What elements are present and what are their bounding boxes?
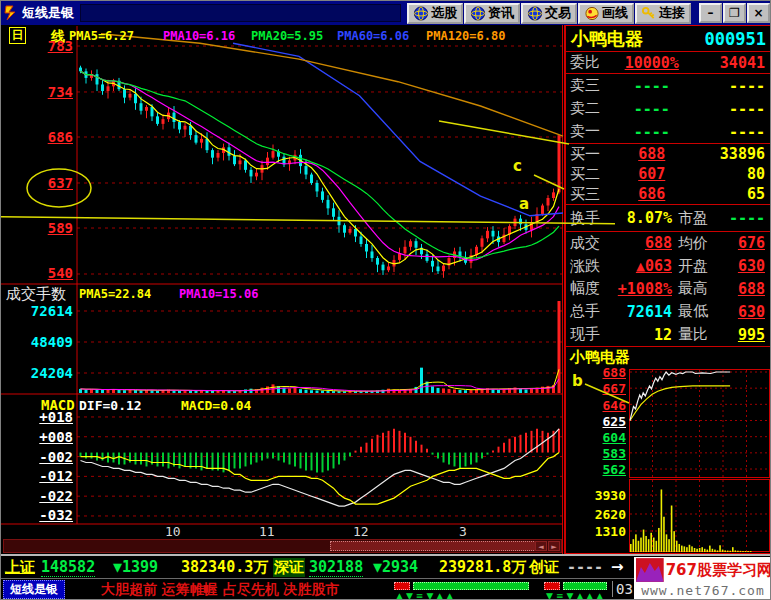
sell1-price: ---- bbox=[614, 123, 690, 141]
junjia-value: 676 bbox=[724, 234, 767, 252]
mini-price-label: 625 bbox=[566, 414, 626, 429]
sell3-price: ---- bbox=[614, 77, 690, 95]
scroll-left-arrow[interactable]: ◄ bbox=[535, 541, 547, 551]
chengjiao-value: 688 bbox=[612, 234, 672, 252]
app-window: 短线是银 选股 资讯 交易 bbox=[0, 0, 771, 600]
intraday-mini-chart bbox=[629, 369, 770, 554]
watermark: 767股票学习网 www.net767.com bbox=[634, 557, 771, 600]
minimize-button[interactable]: – bbox=[699, 3, 722, 23]
site-url: www.net767.com bbox=[634, 583, 771, 600]
sell-row: 卖二 ---- ---- bbox=[566, 97, 771, 120]
candlestick-chart bbox=[1, 1, 564, 555]
market-indicator: ▼≡▼▲▲▲ bbox=[544, 581, 610, 599]
month-label: 3 bbox=[459, 524, 467, 539]
scroll-right-arrow[interactable]: ► bbox=[548, 541, 560, 551]
app-task-button[interactable]: 短线是银 bbox=[3, 580, 65, 599]
indicator-green-bar bbox=[563, 582, 607, 590]
weibi-extra: 34041 bbox=[690, 54, 768, 72]
buy-row: 买一 688 33896 bbox=[566, 144, 771, 164]
turnover-row: 换手 8.07% 市盈 ---- bbox=[566, 205, 771, 232]
buy1-volume: 33896 bbox=[690, 145, 768, 163]
price-axis-label: 734 bbox=[1, 84, 73, 100]
stock-name: 小鸭电器 bbox=[571, 27, 643, 51]
sz-index-label: 深证 bbox=[273, 558, 305, 577]
volume-axis-label: 48409 bbox=[1, 334, 73, 350]
market-indicator: ▲▼≡▼▲▲ bbox=[394, 581, 534, 599]
zhangdie-value: ▲063 bbox=[612, 257, 672, 275]
buy2-volume: 80 bbox=[690, 165, 768, 183]
stat-row: 涨跌 ▲063 开盘 630 bbox=[566, 255, 771, 278]
connect-button[interactable]: 连接 bbox=[635, 3, 691, 24]
sell-queue: 卖三 ---- ---- 卖二 ---- ---- 卖一 ---- ---- bbox=[566, 74, 771, 144]
xianshou-label: 现手 bbox=[570, 325, 612, 344]
indicator-red-block bbox=[394, 582, 410, 590]
pe-value: ---- bbox=[724, 209, 767, 227]
indicator-triangles: ▼≡▼▲▲▲ bbox=[546, 591, 606, 600]
zuigao-value: 688 bbox=[724, 280, 767, 298]
sh-index-label: 上证 bbox=[5, 558, 35, 577]
vol-pma10-label: PMA10=15.06 bbox=[179, 287, 258, 301]
kaipan-value: 630 bbox=[724, 257, 767, 275]
month-label: 10 bbox=[165, 524, 181, 539]
price-axis-label: 540 bbox=[1, 265, 73, 281]
mini-price-label: 583 bbox=[566, 446, 626, 461]
sz-index-amount: 239281.8万 bbox=[439, 558, 526, 577]
slogan-text: 大胆超前 运筹帷幄 占尽先机 决胜股市 bbox=[101, 581, 391, 599]
sell3-volume: ---- bbox=[690, 77, 768, 95]
buy2-label: 买二 bbox=[570, 165, 614, 184]
macd-axis-label: -002 bbox=[1, 449, 73, 465]
stat-row: 成交 688 均价 676 bbox=[566, 232, 771, 255]
pe-label: 市盈 bbox=[672, 209, 724, 228]
annotation-a: a bbox=[519, 195, 529, 213]
price-axis-label: 686 bbox=[1, 129, 73, 145]
stock-code: 000951 bbox=[705, 29, 766, 49]
vol-pma5-label: PMA5=22.84 bbox=[79, 287, 151, 301]
scrollbar-thumb[interactable] bbox=[330, 541, 536, 551]
sell2-label: 卖二 bbox=[570, 99, 614, 118]
draw-icon bbox=[584, 6, 600, 21]
buy3-label: 买三 bbox=[570, 185, 614, 204]
annotation-b: b bbox=[572, 372, 583, 390]
sell3-label: 卖三 bbox=[570, 76, 614, 95]
sz-index-value: 302188 bbox=[309, 558, 363, 577]
macd-value-label: MACD=0.04 bbox=[181, 398, 251, 413]
weibi-row: 委比 10000% 34041 bbox=[566, 52, 771, 74]
volume-panel-title: 成交手数 bbox=[6, 285, 66, 304]
zuidi-value: 630 bbox=[724, 303, 767, 321]
fudu-label: 幅度 bbox=[570, 279, 612, 298]
stats-block: 成交 688 均价 676 涨跌 ▲063 开盘 630 幅度 +1008% 最… bbox=[566, 232, 771, 347]
draw-line-button[interactable]: 画线 bbox=[578, 3, 634, 24]
pma10-label: PMA10=6.16 bbox=[163, 29, 235, 43]
volume-axis-label: 24204 bbox=[1, 365, 73, 381]
maximize-button[interactable]: ❐ bbox=[723, 3, 746, 23]
buy1-price: 688 bbox=[614, 145, 690, 163]
pma5-label: PMA5=6.27 bbox=[69, 29, 134, 43]
sell2-volume: ---- bbox=[690, 100, 768, 118]
liangbi-label: 量比 bbox=[672, 325, 724, 344]
chengjiao-label: 成交 bbox=[570, 234, 612, 253]
indicator-green-bar bbox=[413, 582, 529, 590]
clock-text: 03 bbox=[612, 581, 633, 597]
stat-row: 现手 12 量比 995 bbox=[566, 323, 771, 346]
buy3-price: 686 bbox=[614, 185, 690, 203]
watermark-header: 767股票学习网 bbox=[634, 557, 771, 583]
site-logo-icon bbox=[636, 558, 664, 582]
sell1-volume: ---- bbox=[690, 123, 768, 141]
mini-price-label: 646 bbox=[566, 398, 626, 413]
buy-queue: 买一 688 33896 买二 607 80 买三 686 65 bbox=[566, 144, 771, 205]
buy3-volume: 65 bbox=[690, 185, 768, 203]
close-button[interactable]: × bbox=[747, 3, 770, 23]
month-label: 11 bbox=[259, 524, 275, 539]
turnover-label: 换手 bbox=[570, 209, 612, 228]
pma120-label: PMA120=6.80 bbox=[426, 29, 505, 43]
zuidi-label: 最低 bbox=[672, 302, 724, 321]
stock-header: 小鸭电器 000951 bbox=[566, 26, 771, 52]
sell1-label: 卖一 bbox=[570, 122, 614, 141]
chart-scrollbar[interactable]: ◄ ► bbox=[3, 539, 562, 553]
zhangdie-label: 涨跌 bbox=[570, 257, 612, 276]
mini-volume-label: 1310 bbox=[566, 524, 626, 539]
cy-index-value: ---- bbox=[567, 558, 603, 576]
macd-axis-label: +018 bbox=[1, 409, 73, 425]
indicator-triangles: ▲▼≡▼▲▲ bbox=[396, 591, 456, 600]
xianshou-value: 12 bbox=[612, 326, 672, 344]
